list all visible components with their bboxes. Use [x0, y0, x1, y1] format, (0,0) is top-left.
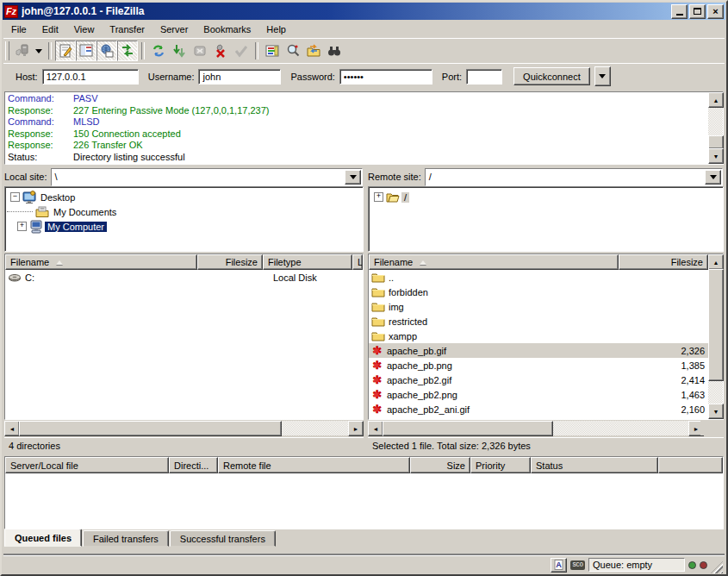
host-input[interactable] — [42, 69, 139, 85]
abort-button[interactable] — [231, 41, 252, 61]
scroll-left-icon[interactable]: ◄ — [368, 421, 383, 436]
column-header-status[interactable]: Status — [531, 457, 658, 473]
expand-icon[interactable]: + — [374, 192, 383, 202]
cancel-operation-button[interactable] — [190, 41, 210, 61]
column-header-filename[interactable]: Filename — [5, 254, 197, 270]
close-button[interactable]: × — [707, 4, 724, 19]
local-scrollbar-thumb[interactable] — [19, 421, 282, 436]
collapse-icon[interactable]: − — [10, 192, 20, 202]
tab-successful-transfers[interactable]: Successful transfers — [170, 530, 276, 547]
send-activity-led — [700, 561, 707, 569]
remote-tree[interactable]: + / — [368, 186, 724, 252]
remote-file-row[interactable]: ✱apache_pb2_ani.gif 2,160 — [369, 402, 708, 416]
scroll-up-icon[interactable]: ▲ — [708, 92, 724, 108]
maximize-button[interactable] — [689, 4, 706, 19]
local-site-combo[interactable]: \ — [51, 168, 363, 186]
toolbar — [3, 38, 725, 63]
local-file-list[interactable]: Filename Filesize Filetype L C: Local Di… — [4, 254, 364, 420]
column-header-filename[interactable]: Filename — [369, 254, 619, 270]
quickconnect-button[interactable]: Quickconnect — [513, 67, 590, 85]
quickconnect-dropdown[interactable] — [594, 66, 611, 86]
remote-scrollbar-thumb-h[interactable] — [383, 421, 553, 436]
refresh-button[interactable] — [148, 41, 169, 61]
column-header-filesize[interactable]: Filesize — [197, 254, 263, 270]
file-search-button[interactable] — [283, 41, 303, 61]
port-input[interactable] — [466, 69, 502, 85]
process-queue-button[interactable] — [169, 41, 190, 61]
menu-bookmarks[interactable]: Bookmarks — [196, 22, 258, 37]
log-scrollbar[interactable]: ▲ ▼ — [708, 92, 723, 164]
log-scrollbar-thumb[interactable] — [708, 135, 724, 149]
message-log[interactable]: Command:PASV Response:227 Entering Passi… — [4, 91, 724, 165]
tree-item-my-computer[interactable]: + My Computer — [7, 219, 361, 234]
local-tree[interactable]: − Desktop My Documents — [4, 186, 364, 252]
column-header-last-modified[interactable]: L — [352, 254, 363, 270]
scroll-down-icon[interactable]: ▼ — [708, 404, 724, 419]
remote-horizontal-scrollbar[interactable]: ◄ ► — [368, 421, 704, 435]
column-header-filesize[interactable]: Filesize — [619, 254, 708, 270]
menu-edit[interactable]: Edit — [34, 22, 66, 37]
scroll-up-icon[interactable]: ▲ — [708, 254, 724, 270]
filters-button[interactable] — [262, 41, 283, 61]
transfer-mode-badge[interactable]: SCO — [570, 560, 585, 570]
remote-file-row[interactable]: ✱apache_pb2.gif 2,414 — [369, 373, 708, 387]
disconnect-button[interactable] — [210, 41, 231, 61]
combo-dropdown-button[interactable] — [705, 170, 721, 185]
password-input[interactable] — [339, 69, 432, 85]
toggle-transfer-queue-button[interactable] — [117, 41, 138, 61]
remote-file-row[interactable]: xampp — [369, 329, 708, 343]
local-list-header: Filename Filesize Filetype L — [5, 254, 363, 270]
remote-site-combo[interactable]: / — [425, 168, 723, 186]
remote-vertical-scrollbar[interactable]: ▲ ▼ — [708, 254, 723, 419]
menu-help[interactable]: Help — [258, 22, 294, 37]
resize-grip[interactable] — [711, 561, 723, 573]
scroll-right-icon[interactable]: ► — [348, 421, 364, 436]
local-horizontal-scrollbar[interactable]: ◄ ► — [4, 421, 364, 435]
toggle-message-log-button[interactable] — [55, 41, 76, 61]
remote-scrollbar-thumb[interactable] — [708, 269, 724, 381]
remote-file-row[interactable]: .. — [369, 270, 708, 285]
column-header-direction[interactable]: Directi... — [169, 457, 218, 473]
directory-comparison-button[interactable] — [303, 41, 324, 61]
site-manager-dropdown[interactable] — [33, 41, 45, 61]
remote-file-row[interactable]: ✱apache_pb2.png 1,463 — [369, 387, 708, 402]
menu-transfer[interactable]: Transfer — [102, 22, 152, 37]
file-name: apache_pb.gif — [387, 346, 446, 356]
remote-file-row[interactable]: ✱apache_pb.png 1,385 — [369, 358, 708, 373]
toolbar-gripper[interactable] — [5, 41, 9, 60]
remote-file-list[interactable]: Filename Filesize .. forbidden img restr… — [368, 254, 724, 420]
title-bar[interactable]: Fz john@127.0.0.1 - FileZilla × — [3, 3, 725, 20]
tree-item-my-documents[interactable]: My Documents — [7, 204, 361, 219]
menu-view[interactable]: View — [66, 22, 103, 37]
minimize-button[interactable] — [671, 4, 688, 19]
tree-item-root[interactable]: + / — [370, 190, 721, 204]
tab-failed-transfers[interactable]: Failed transfers — [83, 530, 169, 547]
transfer-type-button[interactable]: A — [551, 558, 567, 573]
column-header-priority[interactable]: Priority — [470, 457, 531, 473]
toggle-remote-tree-button[interactable] — [96, 41, 117, 61]
column-header-remote-file[interactable]: Remote file — [218, 457, 410, 473]
remote-file-row-selected[interactable]: ✱apache_pb.gif 2,326 — [369, 343, 708, 358]
synchronized-browsing-button[interactable] — [324, 41, 345, 61]
scroll-left-icon[interactable]: ◄ — [4, 421, 20, 436]
combo-dropdown-button[interactable] — [345, 170, 361, 185]
column-header-filetype[interactable]: Filetype — [263, 254, 352, 270]
toggle-local-tree-button[interactable] — [76, 41, 96, 61]
tree-item-desktop[interactable]: − Desktop — [7, 190, 361, 204]
remote-file-row[interactable]: restricted — [369, 314, 708, 329]
username-input[interactable] — [198, 69, 281, 85]
column-header-size[interactable]: Size — [410, 457, 470, 473]
tab-queued-files[interactable]: Queued files — [4, 529, 82, 547]
column-header-server-local-file[interactable]: Server/Local file — [5, 457, 169, 473]
transfer-queue[interactable]: Server/Local file Directi... Remote file… — [4, 456, 724, 529]
expand-icon[interactable]: + — [17, 222, 27, 231]
scroll-down-icon[interactable]: ▼ — [708, 148, 724, 164]
site-manager-button[interactable] — [12, 41, 33, 61]
remote-file-row[interactable]: forbidden — [369, 285, 708, 299]
menu-server[interactable]: Server — [152, 22, 196, 37]
queue-size-box: Queue: empty — [588, 558, 685, 572]
menu-file[interactable]: File — [3, 22, 34, 37]
remote-file-row[interactable]: img — [369, 299, 708, 314]
local-file-row[interactable]: C: Local Disk — [5, 270, 363, 285]
close-icon: × — [712, 7, 718, 16]
